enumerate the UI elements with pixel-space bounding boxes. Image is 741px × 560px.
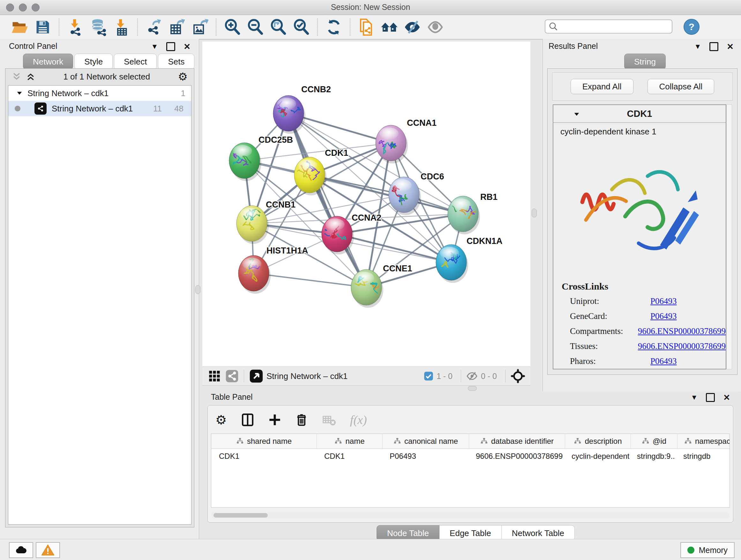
cell-shared-name: CDK1 [211, 449, 317, 463]
node-rb1[interactable]: RB1 [443, 192, 497, 234]
status-bar: Memory [0, 539, 741, 560]
crosslink-pharos-link[interactable]: P06493 [650, 356, 677, 366]
results-panel: Results Panel ▼ ✕ String Expand All Coll… [542, 39, 741, 391]
tab-sets[interactable]: Sets [158, 54, 194, 70]
open-session-button[interactable] [10, 18, 29, 37]
results-scrollbar[interactable] [726, 105, 732, 369]
expand-all-icon[interactable] [26, 72, 36, 81]
window-title: Session: New Session [0, 3, 741, 12]
table-horizontal-scrollbar[interactable] [211, 512, 730, 518]
zoom-selected-button[interactable] [292, 18, 311, 37]
grid-view-icon[interactable] [208, 370, 221, 382]
share-view-icon[interactable] [225, 369, 239, 383]
vertical-splitter-handle[interactable] [532, 208, 537, 217]
node-details-card: CDK1 cyclin-dependent kinase 1 [553, 105, 726, 369]
panel-menu-icon[interactable]: ▼ [690, 394, 697, 401]
network-app-icon [35, 103, 47, 115]
column-header-shared-name[interactable]: shared name [211, 434, 317, 449]
panel-menu-icon[interactable]: ▼ [151, 43, 158, 50]
import-database-button[interactable] [89, 18, 108, 37]
help-button[interactable]: ? [684, 19, 699, 35]
pan-crosshair-icon[interactable] [511, 369, 525, 383]
network-manager: 1 of 1 Network selected ⚙ String Network… [5, 68, 194, 527]
node-ccnb2[interactable]: CCNB2 [273, 84, 331, 134]
table-row[interactable]: CDK1CDK1P064939606.ENSP00000378699cyclin… [211, 449, 730, 463]
close-panel-icon[interactable]: ✕ [184, 43, 191, 51]
delete-column-icon[interactable] [295, 414, 308, 426]
close-panel-icon[interactable]: ✕ [723, 393, 730, 401]
node-ccna1[interactable]: CCNA1 [376, 118, 436, 164]
main-toolbar: ? [0, 15, 741, 40]
duplicate-network-button[interactable] [357, 18, 376, 37]
zoom-out-button[interactable] [246, 18, 265, 37]
node-table[interactable]: shared namenamecanonical namedatabase id… [211, 434, 730, 508]
table-settings-gear-icon[interactable]: ⚙ [215, 413, 227, 427]
node-label-cdkn1a: CDKN1A [467, 236, 502, 246]
collection-label: String Network – cdk1 [27, 88, 109, 98]
column-header-id[interactable]: @id [631, 434, 677, 449]
first-neighbors-button[interactable] [380, 18, 399, 37]
column-header-description[interactable]: description [565, 434, 631, 449]
control-panel-title: Control Panel [9, 42, 57, 51]
import-table-button[interactable] [112, 18, 131, 37]
node-cdc6[interactable]: CDC6 [389, 172, 444, 215]
crosslinks-title: CrossLinks [553, 273, 726, 294]
current-network-dot-icon [15, 106, 20, 111]
export-network-button[interactable] [145, 18, 163, 37]
float-panel-icon[interactable] [166, 42, 175, 51]
import-network-button[interactable] [66, 18, 84, 37]
save-session-button[interactable] [33, 18, 52, 37]
column-header-database-identifier[interactable]: database identifier [469, 434, 565, 449]
column-header-namespace[interactable]: namespace [677, 434, 730, 449]
tab-select[interactable]: Select [114, 54, 157, 70]
crosslink-tissues-link[interactable]: 9606.ENSP00000378699 [638, 341, 726, 351]
node-hist1h1a[interactable]: HIST1H1A [239, 246, 308, 294]
memory-button[interactable]: Memory [680, 542, 735, 558]
collapse-section-icon[interactable] [573, 111, 580, 118]
panel-menu-icon[interactable]: ▼ [694, 43, 701, 50]
refresh-button[interactable] [325, 18, 343, 37]
node-ccne1[interactable]: CCNE1 [351, 264, 412, 308]
add-column-icon[interactable] [268, 414, 281, 426]
zoom-fit-button[interactable] [269, 18, 287, 37]
float-panel-icon[interactable] [710, 42, 718, 51]
hide-selected-button[interactable] [403, 18, 421, 37]
column-type-icon [684, 437, 692, 445]
selected-checkbox-icon[interactable] [424, 371, 433, 381]
network-collection-row[interactable]: String Network – cdk1 1 [8, 85, 191, 101]
detach-view-icon[interactable] [249, 369, 263, 383]
control-panel-tabs: NetworkStyleSelectSets [23, 54, 196, 70]
export-image-button[interactable] [191, 18, 209, 37]
crosslink-uniprot-link[interactable]: P06493 [650, 296, 677, 306]
scrollbar-thumb[interactable] [213, 513, 268, 517]
close-panel-icon[interactable]: ✕ [727, 43, 734, 51]
expand-all-button[interactable]: Expand All [570, 79, 633, 94]
vertical-splitter-handle[interactable] [195, 285, 200, 294]
network-canvas[interactable]: CCNB2CCNA1CDC25BCDK1CDC6RB1CCNB1CCNA2CDK… [202, 42, 530, 367]
cloud-status-button[interactable] [9, 542, 33, 558]
search-input[interactable] [545, 19, 672, 34]
tab-string[interactable]: String [624, 54, 666, 70]
gear-icon[interactable]: ⚙ [178, 70, 188, 83]
node-cdkn1a[interactable]: CDKN1A [436, 236, 502, 283]
show-all-button[interactable] [426, 18, 445, 37]
zoom-in-button[interactable] [223, 18, 242, 37]
column-header-canonical-name[interactable]: canonical name [383, 434, 469, 449]
collapse-all-button[interactable]: Collapse All [648, 79, 715, 94]
edge-ccnb2-ccne1[interactable] [288, 113, 366, 287]
collapse-all-icon[interactable] [12, 72, 21, 81]
tree-expander-icon[interactable] [16, 90, 23, 97]
warnings-button[interactable] [36, 542, 60, 558]
tab-network[interactable]: Network [23, 54, 73, 70]
eye-slash-icon [403, 18, 421, 36]
network-row[interactable]: String Network – cdk1 11 48 [8, 101, 191, 116]
crosslink-genecard-link[interactable]: P06493 [650, 311, 677, 321]
horizontal-splitter-handle[interactable] [468, 386, 477, 391]
tab-style[interactable]: Style [74, 54, 113, 70]
export-table-button[interactable] [167, 18, 186, 37]
column-header-name[interactable]: name [317, 434, 383, 449]
float-panel-icon[interactable] [706, 393, 715, 402]
string-results-box: Expand All Collapse All CDK1 cyclin-depe… [547, 68, 738, 375]
crosslink-compartments-link[interactable]: 9606.ENSP00000378699 [638, 326, 726, 336]
show-columns-icon[interactable] [241, 413, 254, 427]
